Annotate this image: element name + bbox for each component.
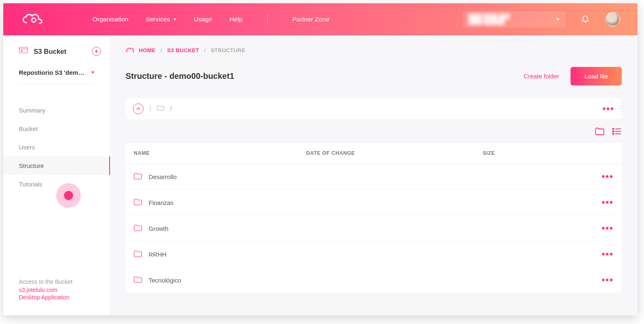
up-button[interactable] bbox=[133, 103, 144, 114]
org-dropdown[interactable]: ████ ████ ███████ ██████ bbox=[463, 11, 565, 28]
desktop-app-link[interactable]: Desktop Application bbox=[19, 294, 94, 301]
table-row: RRHH••• bbox=[126, 241, 622, 267]
nav-organisation[interactable]: Organisation bbox=[92, 16, 128, 23]
sidebar-item-bucket[interactable]: Bucket bbox=[3, 119, 110, 138]
col-size[interactable]: SIZE bbox=[483, 150, 593, 156]
chevron-down-icon bbox=[91, 71, 94, 74]
folder-icon bbox=[157, 105, 164, 113]
folder-icon bbox=[134, 199, 142, 207]
table-row: Finanzas••• bbox=[126, 190, 622, 216]
breadcrumb-current: STRUCTURE bbox=[211, 47, 245, 53]
nav-services[interactable]: Services bbox=[146, 16, 176, 23]
sidebar: S3 Bucket Repostiorio S3 'demo00-b… Summ… bbox=[3, 35, 110, 315]
notifications-button[interactable] bbox=[581, 14, 590, 25]
nav-usage[interactable]: Usage bbox=[194, 16, 212, 23]
col-name[interactable]: NAME bbox=[134, 150, 306, 156]
repo-select[interactable]: Repostiorio S3 'demo00-b… bbox=[19, 69, 94, 85]
cloud-icon bbox=[126, 47, 134, 54]
sidebar-nav: Summary Bucket Users Structure Tutorials bbox=[3, 101, 110, 193]
sidebar-item-summary[interactable]: Summary bbox=[3, 101, 110, 119]
svg-point-2 bbox=[21, 51, 23, 52]
table-row: Tecnológico••• bbox=[126, 267, 622, 293]
breadcrumb-home[interactable]: HOME bbox=[139, 47, 156, 53]
page-title: Structure - demo00-bucket1 bbox=[126, 71, 234, 81]
sidebar-title: S3 Bucket bbox=[34, 48, 66, 55]
avatar[interactable] bbox=[605, 12, 620, 27]
row-more-button[interactable]: ••• bbox=[593, 275, 614, 285]
svg-point-3 bbox=[613, 129, 614, 130]
bucket-url-link[interactable]: s3.jotelulu.com bbox=[19, 287, 94, 293]
row-name[interactable]: Tecnológico bbox=[134, 276, 306, 284]
row-more-button[interactable]: ••• bbox=[593, 197, 614, 208]
topbar: Organisation Services Usage Help Partner… bbox=[3, 3, 637, 35]
col-date[interactable]: DATE OF CHANGE bbox=[306, 150, 483, 156]
main: HOME / S3 BUCKET / STRUCTURE Structure -… bbox=[110, 35, 637, 315]
folder-icon bbox=[134, 225, 142, 232]
row-more-button[interactable]: ••• bbox=[593, 223, 614, 234]
chevron-down-icon bbox=[556, 18, 559, 21]
table-row: Desarrollo••• bbox=[126, 164, 622, 190]
path-root: / bbox=[170, 105, 172, 113]
row-more-button[interactable]: ••• bbox=[593, 249, 614, 260]
breadcrumb-s3[interactable]: S3 BUCKET bbox=[167, 47, 199, 53]
svg-point-4 bbox=[613, 131, 614, 132]
chevron-down-icon bbox=[173, 18, 176, 21]
nav-partner-zone[interactable]: Partner Zone bbox=[292, 16, 329, 23]
view-toolbar bbox=[126, 127, 622, 137]
row-name[interactable]: Desarrollo bbox=[134, 173, 306, 181]
breadcrumb: HOME / S3 BUCKET / STRUCTURE bbox=[126, 47, 622, 54]
sidebar-item-tutorials[interactable]: Tutorials bbox=[3, 175, 110, 193]
create-folder-button[interactable]: Create folder bbox=[524, 73, 559, 80]
svg-point-0 bbox=[32, 18, 36, 22]
folder-view-button[interactable] bbox=[595, 127, 605, 137]
row-name[interactable]: Finanzas bbox=[134, 199, 306, 207]
path-bar: | / ••• bbox=[126, 99, 622, 119]
sidebar-item-users[interactable]: Users bbox=[3, 138, 110, 156]
nav-divider bbox=[267, 15, 268, 24]
access-label: Access to the Bucket bbox=[19, 278, 94, 285]
table-header: NAME DATE OF CHANGE SIZE bbox=[126, 143, 622, 164]
add-bucket-button[interactable] bbox=[92, 47, 101, 56]
list-view-button[interactable] bbox=[612, 127, 622, 137]
sidebar-item-structure[interactable]: Structure bbox=[3, 156, 110, 175]
row-more-button[interactable]: ••• bbox=[593, 171, 614, 182]
bucket-icon bbox=[19, 47, 28, 56]
svg-point-5 bbox=[613, 133, 614, 135]
load-file-button[interactable]: Load file bbox=[571, 67, 622, 85]
nav-help[interactable]: Help bbox=[229, 16, 243, 23]
top-nav: Organisation Services Usage Help Partner… bbox=[92, 15, 330, 24]
row-name[interactable]: RRHH bbox=[134, 250, 306, 258]
row-name[interactable]: Growth bbox=[134, 225, 306, 232]
folder-icon bbox=[134, 276, 142, 284]
folder-icon bbox=[134, 173, 142, 181]
logo-icon[interactable] bbox=[21, 12, 45, 27]
folder-table: NAME DATE OF CHANGE SIZE Desarrollo•••Fi… bbox=[126, 143, 622, 293]
svg-rect-1 bbox=[19, 47, 28, 53]
folder-icon bbox=[134, 250, 142, 258]
table-row: Growth••• bbox=[126, 216, 622, 241]
path-more-button[interactable]: ••• bbox=[603, 103, 614, 114]
sidebar-footer: Access to the Bucket s3.jotelulu.com Des… bbox=[3, 278, 110, 307]
